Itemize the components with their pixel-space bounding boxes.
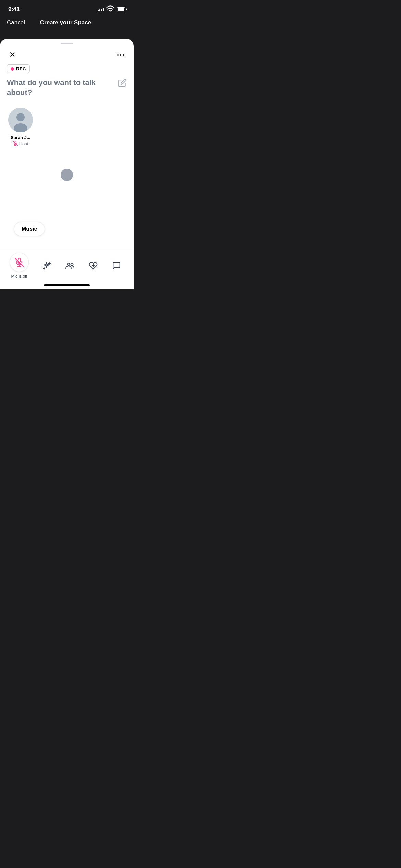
svg-point-1 (16, 113, 25, 121)
mic-control: Mic is off (10, 253, 29, 279)
sheet-header: ✕ (0, 44, 134, 64)
status-time: 9:41 (8, 6, 20, 13)
status-bar: 9:41 (0, 0, 134, 16)
mic-status-label: Mic is off (11, 274, 27, 279)
mic-off-small-icon (13, 141, 18, 147)
more-options-button[interactable] (114, 53, 127, 57)
chat-icon (112, 261, 121, 270)
wifi-icon (106, 5, 115, 14)
bottom-sheet: ✕ REC What do you want to talk about? (0, 39, 134, 289)
topic-area: What do you want to talk about? (0, 78, 134, 104)
bottom-toolbar: Mic is off (0, 247, 134, 281)
avatar (8, 108, 33, 132)
participant-role-label: Host (19, 141, 28, 146)
music-label: Music (22, 226, 37, 232)
cancel-button[interactable]: Cancel (7, 19, 25, 26)
sparkles-button[interactable] (39, 258, 54, 273)
page-title: Create your Space (40, 19, 91, 26)
topic-text: What do you want to talk about? (7, 78, 114, 97)
participant-role: Host (13, 141, 28, 147)
toolbar-actions (39, 258, 124, 273)
status-icons (98, 5, 125, 14)
home-bar (44, 284, 90, 286)
svg-point-9 (68, 263, 70, 266)
chat-button[interactable] (109, 258, 124, 273)
people-button[interactable] (62, 258, 77, 273)
heart-plus-icon (89, 261, 98, 270)
page-header: Cancel Create your Space (0, 16, 134, 32)
mic-off-icon (15, 258, 24, 267)
home-indicator (0, 281, 134, 289)
close-icon: ✕ (9, 51, 15, 59)
sparkles-icon (42, 261, 51, 270)
edit-topic-button[interactable] (118, 79, 127, 89)
svg-point-10 (71, 263, 73, 266)
participants-area: Sarah J... Host (0, 104, 134, 222)
signal-icon (98, 7, 104, 11)
avatar-image (8, 108, 33, 132)
battery-icon (117, 7, 125, 11)
rec-dot (11, 67, 14, 71)
heart-plus-button[interactable] (86, 258, 101, 273)
participant-item: Sarah J... Host (7, 108, 34, 147)
music-button[interactable]: Music (14, 222, 45, 236)
participant-name: Sarah J... (11, 135, 31, 140)
close-button[interactable]: ✕ (7, 49, 18, 60)
people-icon (65, 261, 75, 270)
rec-label: REC (16, 66, 26, 71)
mic-toggle-button[interactable] (10, 253, 29, 272)
center-indicator (61, 169, 73, 181)
rec-badge: REC (7, 64, 30, 73)
